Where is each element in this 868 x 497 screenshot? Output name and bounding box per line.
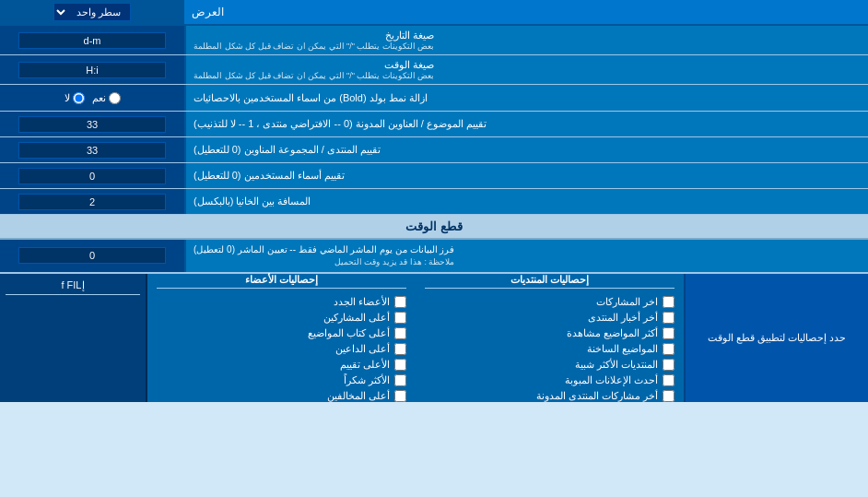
topic-sort-field[interactable] [18, 116, 166, 133]
col2-item6-checkbox[interactable] [394, 390, 406, 402]
stats-apply-label: حدد إحصاليات لتطبيق قطع الوقت [708, 332, 846, 344]
gap-field[interactable] [18, 194, 166, 210]
list-item: أحدث الإعلانات المبوبة [425, 374, 674, 386]
col1-item2-checkbox[interactable] [663, 327, 674, 339]
topic-sort-row: تقييم الموضوع / العناوين المدونة (0 -- ا… [0, 112, 868, 137]
cutoff-label: فرز البيانات من يوم الماشر الماضي فقط --… [184, 240, 868, 272]
col1-item6-checkbox[interactable] [663, 390, 674, 402]
col1-item6-label: أخر مشاركات المنتدى المدونة [536, 390, 658, 402]
col1-container: إحصاليات المنتديات اخر المشاركات أخر أخب… [416, 274, 684, 402]
col2-item5-label: الأكثر شكراً [344, 374, 390, 386]
col1-item0-label: اخر المشاركات [596, 296, 658, 308]
gap-row: المسافة بين الخانيا (بالبكسل) [0, 189, 868, 215]
col1-item5-label: أحدث الإعلانات المبوبة [565, 374, 658, 386]
cutoff-section-header: قطع الوقت [0, 215, 868, 240]
stats-apply-label-col: حدد إحصاليات لتطبيق قطع الوقت [684, 274, 868, 402]
col1-item1-label: أخر أخبار المنتدى [588, 312, 658, 324]
col1-item3-checkbox[interactable] [663, 343, 674, 355]
col1-header: إحصاليات المنتديات [425, 274, 674, 289]
gap-input-container [0, 189, 184, 214]
topic-sort-input-container [0, 112, 184, 136]
cutoff-field[interactable] [18, 247, 166, 264]
col2-item1-checkbox[interactable] [394, 312, 406, 324]
col2-item4-label: الأعلى تقييم [340, 359, 390, 371]
gap-label: المسافة بين الخانيا (بالبكسل) [184, 189, 868, 214]
users-sort-input-container [0, 163, 184, 188]
date-format-input-container [0, 26, 184, 54]
list-item: أعلى كتاب المواضيع [157, 327, 406, 339]
date-format-field[interactable] [18, 32, 166, 49]
list-item: أخر مشاركات المنتدى المدونة [425, 390, 674, 402]
forum-sort-field[interactable] [18, 142, 166, 159]
col2-item3-checkbox[interactable] [394, 343, 406, 355]
list-item: أخر أخبار المنتدى [425, 312, 674, 324]
bold-label: ازالة نمط بولد (Bold) من اسماء المستخدمي… [184, 85, 868, 111]
list-item: اخر المشاركات [425, 296, 674, 308]
bold-no-radio[interactable] [73, 92, 85, 104]
col2-item6-label: أعلى المخالفين [327, 390, 390, 402]
col2-item2-label: أعلى كتاب المواضيع [308, 327, 390, 339]
col2-item4-checkbox[interactable] [394, 359, 406, 371]
col2-item0-checkbox[interactable] [394, 296, 406, 308]
users-sort-row: تقييم أسماء المستخدمين (0 للتعطيل) [0, 163, 868, 189]
col1-item0-checkbox[interactable] [663, 296, 674, 308]
bold-yes-radio[interactable] [109, 92, 121, 104]
col1-item4-checkbox[interactable] [663, 359, 674, 371]
list-item: أعلى الداعين [157, 343, 406, 355]
checkboxes-area: حدد إحصاليات لتطبيق قطع الوقت إحصاليات ا… [0, 273, 868, 402]
time-format-label: صيغة الوقت بعض التكوينات يتطلب "/" التي … [184, 55, 868, 84]
col3-label: إf FIL [6, 279, 140, 295]
col2-item2-checkbox[interactable] [394, 327, 406, 339]
time-format-input-container [0, 55, 184, 84]
main-container: العرض سطر واحد سطرين ثلاثة أسطر صيغة الت… [0, 0, 868, 402]
col3-container: إf FIL [0, 274, 147, 402]
forum-sort-label: تقييم المنتدى / المجموعة المناوين (0 للت… [184, 137, 868, 162]
col1-item5-checkbox[interactable] [663, 374, 674, 386]
users-sort-label: تقييم أسماء المستخدمين (0 للتعطيل) [184, 163, 868, 188]
time-format-field[interactable] [18, 62, 166, 78]
forum-sort-row: تقييم المنتدى / المجموعة المناوين (0 للت… [0, 137, 868, 163]
date-format-row: صيغة التاريخ بعض التكوينات يتطلب "/" الت… [0, 26, 868, 55]
col2-header: إحصاليات الأعضاء [157, 274, 406, 289]
col1-item3-label: المواضيع الساخنة [587, 343, 658, 355]
cutoff-input-container [0, 240, 184, 272]
list-item: أعلى المشاركين [157, 312, 406, 324]
list-item: الأعلى تقييم [157, 359, 406, 371]
cutoff-row: فرز البيانات من يوم الماشر الماضي فقط --… [0, 240, 868, 273]
list-item: أعلى المخالفين [157, 390, 406, 402]
display-row: العرض سطر واحد سطرين ثلاثة أسطر [0, 0, 868, 26]
list-item: أكثر المواضيع مشاهدة [425, 327, 674, 339]
col2-item3-label: أعلى الداعين [335, 343, 390, 355]
display-label: العرض [184, 0, 868, 24]
display-dropdown[interactable]: سطر واحد سطرين ثلاثة أسطر [53, 3, 131, 21]
col1-item4-label: المنتديات الأكثر شبية [575, 359, 658, 371]
bold-no-label[interactable]: لا [65, 92, 85, 104]
date-format-label: صيغة التاريخ بعض التكوينات يتطلب "/" الت… [184, 26, 868, 54]
users-sort-field[interactable] [18, 168, 166, 184]
bold-controls: نعم لا [0, 85, 184, 111]
col1-item2-label: أكثر المواضيع مشاهدة [567, 327, 658, 339]
col2-item0-label: الأعضاء الجدد [334, 296, 390, 308]
list-item: الأكثر شكراً [157, 374, 406, 386]
list-item: المنتديات الأكثر شبية [425, 359, 674, 371]
bold-row: ازالة نمط بولد (Bold) من اسماء المستخدمي… [0, 85, 868, 112]
col2-container: إحصاليات الأعضاء الأعضاء الجدد أعلى المش… [147, 274, 416, 402]
forum-sort-input-container [0, 137, 184, 162]
col2-item5-checkbox[interactable] [394, 374, 406, 386]
time-format-row: صيغة الوقت بعض التكوينات يتطلب "/" التي … [0, 55, 868, 85]
display-control: سطر واحد سطرين ثلاثة أسطر [0, 0, 184, 24]
col2-item1-label: أعلى المشاركين [323, 312, 390, 324]
bold-yes-label[interactable]: نعم [92, 92, 121, 104]
topic-sort-label: تقييم الموضوع / العناوين المدونة (0 -- ا… [184, 112, 868, 136]
list-item: المواضيع الساخنة [425, 343, 674, 355]
list-item: الأعضاء الجدد [157, 296, 406, 308]
col1-item1-checkbox[interactable] [663, 312, 674, 324]
